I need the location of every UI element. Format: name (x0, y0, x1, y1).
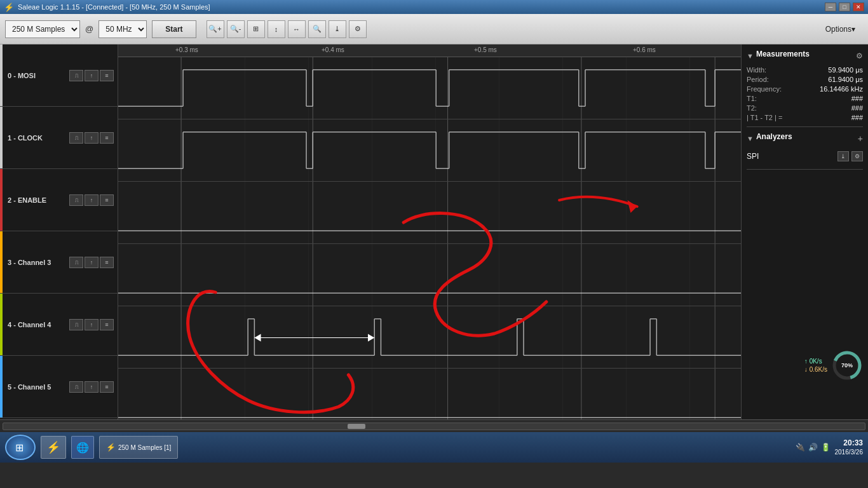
taskbar: ⊞ ⚡ 🌐 ⚡ 250 M Samples [1] 🔌 🔊 🔋 20:33 20… (0, 432, 868, 463)
maximize-button[interactable]: □ (839, 3, 850, 11)
freq-select[interactable]: 50 MHz (98, 20, 147, 38)
toolbar: 250 M Samples @ 50 MHz Start 🔍+ 🔍- ⊞ ↕ ↔… (0, 14, 868, 44)
measurement-freq: Frequency: 16.14466 kHz (747, 85, 863, 93)
channel-label-0: 0 - MOSI (8, 72, 36, 79)
ch2-trigger-btn[interactable]: ⎍ (69, 194, 83, 206)
channel-controls-3: ⎍ ↑ ≡ (69, 257, 114, 268)
ch4-invert-btn[interactable]: ↑ (85, 319, 98, 330)
meas-t1-label: T1: (747, 95, 757, 102)
settings-icon[interactable]: ⚙ (349, 20, 367, 38)
timeline-marker-04: +0.4 ms (322, 46, 344, 53)
spi-settings-btn[interactable]: ⚙ (851, 151, 863, 161)
timeline-marker-06: +0.6 ms (633, 46, 656, 53)
measurements-title: Measurements (756, 50, 810, 58)
start-button[interactable]: Start (152, 20, 196, 38)
spi-export-btn[interactable]: ⤓ (837, 151, 849, 161)
ch3-menu-btn[interactable]: ≡ (100, 257, 114, 268)
tray-icons: 🔌 🔊 🔋 (796, 442, 831, 452)
channel-row-5: 5 - Channel 5 ⎍ ↑ ≡ (0, 356, 118, 418)
ch2-menu-btn[interactable]: ≡ (100, 194, 114, 206)
clock-time: 20:33 (835, 438, 864, 449)
ch3-invert-btn[interactable]: ↑ (85, 257, 98, 268)
clock-date: 2016/3/26 (835, 448, 864, 456)
meas-freq-value: 16.14466 kHz (820, 85, 863, 93)
meas-t2-value: ### (851, 104, 863, 112)
app-icon: ⚡ (4, 3, 14, 12)
speed-readings: ↑ 0K/s ↓ 0.6K/s (804, 358, 827, 373)
panel-divider-1 (747, 126, 863, 127)
minimize-button[interactable]: ─ (825, 3, 836, 11)
measurements-collapse-arrow[interactable]: ▼ (747, 52, 754, 60)
saleae-taskbar-icon[interactable]: ⚡ (41, 436, 66, 459)
channel-controls-4: ⎍ ↑ ≡ (69, 319, 114, 330)
svg-marker-82 (254, 334, 261, 342)
title-text: Saleae Logic 1.1.15 - [Connected] - [50 … (18, 3, 210, 11)
analyzers-title: Analyzers (756, 132, 792, 141)
tray-battery-icon: 🔋 (821, 442, 831, 452)
panel-divider-2 (747, 169, 863, 170)
right-panel: ▼ Measurements ⚙ Width: 59.9400 μs Perio… (741, 44, 868, 419)
channel-controls-5: ⎍ ↑ ≡ (69, 381, 114, 393)
measure-icon[interactable]: ↔ (288, 20, 306, 38)
channel-label-5: 5 - Channel 5 (8, 383, 51, 391)
channel-color-3 (0, 231, 3, 293)
ch0-menu-btn[interactable]: ≡ (100, 70, 114, 81)
ch1-trigger-btn[interactable]: ⎍ (69, 132, 83, 144)
waveform-row-4 (118, 306, 741, 369)
meas-width-label: Width: (747, 66, 766, 74)
at-symbol: @ (85, 24, 93, 34)
cursor-icon[interactable]: ↕ (268, 20, 285, 38)
window-controls: ─ □ ✕ (825, 3, 864, 11)
fit-icon[interactable]: ⊞ (247, 20, 265, 38)
channel-controls-2: ⎍ ↑ ≡ (69, 194, 114, 206)
ch5-trigger-btn[interactable]: ⎍ (69, 381, 83, 393)
ch4-menu-btn[interactable]: ≡ (100, 319, 114, 330)
zoom-out-icon[interactable]: 🔍- (227, 20, 245, 38)
ch3-trigger-btn[interactable]: ⎍ (69, 257, 83, 268)
ch2-invert-btn[interactable]: ↑ (85, 194, 98, 206)
measurement-t2: T2: ### (747, 104, 863, 112)
scrollbar[interactable] (3, 423, 865, 430)
channel-list: 0 - MOSI ⎍ ↑ ≡ 1 - CLOCK ⎍ ↑ ≡ 2 - ENABL… (0, 44, 118, 419)
search-icon[interactable]: 🔍 (308, 20, 326, 38)
ch1-menu-btn[interactable]: ≡ (100, 132, 114, 144)
ch5-invert-btn[interactable]: ↑ (85, 381, 98, 393)
timeline-marker-03: +0.3 ms (175, 46, 198, 53)
meas-t2-label: T2: (747, 104, 757, 112)
samples-select[interactable]: 250 M Samples (5, 20, 80, 38)
ch0-trigger-btn[interactable]: ⎍ (69, 70, 83, 81)
meas-freq-label: Frequency: (747, 85, 782, 93)
waveform-row-1 (118, 119, 741, 182)
meas-diff-value: ### (851, 114, 863, 121)
close-button[interactable]: ✕ (853, 3, 864, 11)
channel-controls-1: ⎍ ↑ ≡ (69, 132, 114, 144)
channel-row-1: 1 - CLOCK ⎍ ↑ ≡ (0, 107, 118, 169)
start-button[interactable]: ⊞ (5, 435, 36, 460)
ch1-invert-btn[interactable]: ↑ (85, 132, 98, 144)
ch4-trigger-btn[interactable]: ⎍ (69, 319, 83, 330)
ch5-menu-btn[interactable]: ≡ (100, 381, 114, 393)
channel-color-4 (0, 294, 3, 355)
analyzers-collapse-arrow[interactable]: ▼ (747, 135, 754, 142)
taskbar-app-saleae[interactable]: ⚡ 250 M Samples [1] (99, 436, 178, 459)
tray-network-icon: 🔌 (796, 442, 806, 452)
timeline-marker-05: +0.5 ms (474, 46, 497, 53)
waveform-area[interactable]: +0.3 ms +0.4 ms +0.5 ms +0.6 ms (118, 44, 741, 419)
export-icon[interactable]: ⤓ (329, 20, 346, 38)
add-analyzer-icon[interactable]: + (858, 133, 863, 144)
toolbar-icons: 🔍+ 🔍- ⊞ ↕ ↔ 🔍 ⤓ ⚙ (207, 20, 367, 38)
options-button[interactable]: Options▾ (818, 20, 863, 38)
channel-row-0: 0 - MOSI ⎍ ↑ ≡ (0, 44, 118, 107)
measurement-width: Width: 59.9400 μs (747, 66, 863, 74)
speed-up: ↑ 0K/s (804, 358, 827, 365)
zoom-in-icon[interactable]: 🔍+ (207, 20, 224, 38)
browser-taskbar-icon[interactable]: 🌐 (71, 436, 94, 459)
spi-controls: ⤓ ⚙ (837, 151, 863, 161)
ch0-invert-btn[interactable]: ↑ (85, 70, 98, 81)
meas-period-label: Period: (747, 76, 769, 83)
scrollbar-thumb[interactable] (348, 424, 365, 429)
measurements-gear-icon[interactable]: ⚙ (856, 51, 863, 60)
waveform-row-0 (118, 57, 741, 119)
timeline: +0.3 ms +0.4 ms +0.5 ms +0.6 ms (118, 44, 741, 57)
channel-row-3: 3 - Channel 3 ⎍ ↑ ≡ (0, 231, 118, 294)
